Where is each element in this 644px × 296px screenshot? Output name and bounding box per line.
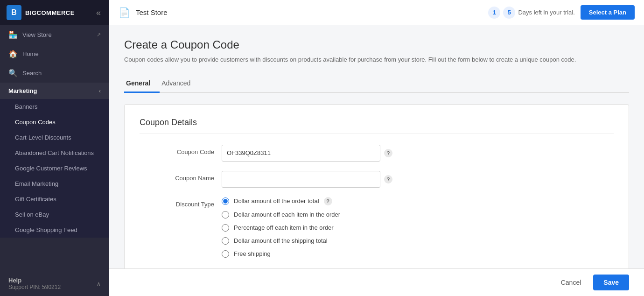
bottom-action-bar: Cancel Save [109, 268, 644, 296]
coupon-name-field: ? [222, 171, 614, 188]
discount-type-row: Discount Type Dollar amount off the orde… [140, 197, 614, 258]
coupon-name-row: Coupon Name ? [140, 171, 614, 188]
radio-label-dollar-order-total: Dollar amount off the order total [234, 197, 319, 204]
sidebar-footer: Help Support PIN: 590212 ∧ [0, 271, 109, 296]
help-label: Help [8, 277, 61, 284]
logo-text: BIGCOMMERCE [25, 9, 75, 16]
sidebar-item-google-customer-reviews[interactable]: Google Customer Reviews [0, 161, 109, 176]
marketing-section-label: Marketing [8, 87, 37, 94]
coupon-code-field: ? [222, 145, 614, 162]
cancel-button[interactable]: Cancel [554, 275, 588, 290]
bigcommerce-logo-icon: B [7, 5, 21, 20]
select-plan-button[interactable]: Select a Plan [581, 5, 635, 20]
search-icon: 🔍 [8, 69, 18, 78]
sidebar-header: B BIGCOMMERCE « [0, 0, 109, 25]
sidebar-item-label: View Store [22, 31, 52, 38]
coupon-details-card: Coupon Details Coupon Code ? Coupon Name… [124, 104, 629, 269]
sidebar-item-banners[interactable]: Banners [0, 99, 109, 114]
sidebar-item-sell-on-ebay[interactable]: Sell on eBay [0, 207, 109, 222]
sidebar-footer-content: Help Support PIN: 590212 ∧ [8, 277, 101, 290]
home-icon: 🏠 [8, 49, 18, 58]
trial-days-text: Days left in your trial. [518, 9, 574, 16]
radio-percentage-each-item[interactable] [222, 224, 229, 232]
sidebar-collapse-button[interactable]: « [94, 6, 103, 20]
radio-option-dollar-each-item[interactable]: Dollar amount off each item in the order [222, 211, 340, 218]
radio-option-percentage-each-item[interactable]: Percentage off each item in the order [222, 224, 340, 232]
radio-label-dollar-each-item: Dollar amount off each item in the order [234, 211, 340, 218]
tab-bar: General Advanced [124, 75, 629, 93]
discount-type-help-icon[interactable]: ? [324, 197, 332, 205]
sidebar-item-label: Home [22, 50, 39, 57]
tab-advanced[interactable]: Advanced [160, 75, 200, 93]
marketing-section-arrow: ‹ [99, 88, 101, 94]
page-icon: 📄 [119, 7, 130, 18]
discount-type-label: Discount Type [140, 197, 214, 208]
coupon-code-label: Coupon Code [140, 145, 214, 155]
sidebar-item-abandoned-cart[interactable]: Abandoned Cart Notifications [0, 145, 109, 161]
coupon-code-row: Coupon Code ? [140, 145, 614, 162]
marketing-submenu: Banners Coupon Codes Cart-Level Discount… [0, 99, 109, 238]
coupon-name-label: Coupon Name [140, 171, 214, 182]
sidebar-item-gift-certificates[interactable]: Gift Certificates [0, 191, 109, 207]
radio-label-free-shipping: Free shipping [234, 250, 271, 257]
radio-free-shipping[interactable] [222, 250, 229, 258]
discount-type-field: Dollar amount off the order total ? Doll… [222, 197, 614, 258]
coupon-name-help-icon[interactable]: ? [384, 175, 392, 183]
discount-type-radio-group: Dollar amount off the order total ? Doll… [222, 197, 340, 258]
support-pin: Support PIN: 590212 [8, 284, 61, 290]
main-area: 📄 Test Store 1 5 Days left in your trial… [109, 0, 644, 296]
radio-option-dollar-shipping-total[interactable]: Dollar amount off the shipping total [222, 237, 340, 245]
store-icon: 🏪 [8, 30, 18, 39]
radio-dollar-shipping-total[interactable] [222, 237, 229, 245]
radio-label-percentage-each-item: Percentage off each item in the order [234, 224, 334, 231]
save-button[interactable]: Save [593, 275, 629, 290]
radio-dollar-each-item[interactable] [222, 211, 229, 218]
coupon-name-input[interactable] [222, 171, 380, 188]
sidebar-item-cart-level-discounts[interactable]: Cart-Level Discounts [0, 130, 109, 145]
coupon-code-help-icon[interactable]: ? [384, 149, 392, 157]
sidebar-item-home[interactable]: 🏠 Home [0, 44, 109, 63]
sidebar-item-google-shopping-feed[interactable]: Google Shopping Feed [0, 222, 109, 238]
coupon-code-input[interactable] [222, 145, 380, 162]
sidebar: B BIGCOMMERCE « 🏪 View Store ↗ 🏠 Home 🔍 … [0, 0, 109, 296]
section-title: Coupon Details [140, 118, 614, 134]
sidebar-item-coupon-codes[interactable]: Coupon Codes [0, 114, 109, 130]
external-link-icon: ↗ [97, 32, 101, 38]
radio-option-dollar-order-total[interactable]: Dollar amount off the order total ? [222, 197, 340, 205]
page-description: Coupon codes allow you to provide custom… [124, 55, 629, 64]
sidebar-logo: B BIGCOMMERCE [7, 5, 75, 20]
trial-day-5: 5 [503, 7, 515, 19]
main-content: Create a Coupon Code Coupon codes allow … [109, 25, 644, 268]
radio-option-free-shipping[interactable]: Free shipping [222, 250, 340, 258]
page-title: Create a Coupon Code [124, 38, 629, 51]
sidebar-item-search[interactable]: 🔍 Search [0, 63, 109, 83]
radio-dollar-order-total[interactable] [222, 197, 229, 205]
tab-general[interactable]: General [124, 75, 160, 93]
sidebar-item-email-marketing[interactable]: Email Marketing [0, 176, 109, 191]
store-name: Test Store [136, 8, 483, 16]
radio-label-dollar-shipping-total: Dollar amount off the shipping total [234, 237, 328, 244]
sidebar-item-label: Search [22, 70, 42, 77]
marketing-section-header[interactable]: Marketing ‹ [0, 83, 109, 99]
sidebar-item-view-store[interactable]: 🏪 View Store ↗ [0, 25, 109, 44]
trial-info: 1 5 Days left in your trial. [488, 7, 574, 19]
trial-day-1: 1 [488, 7, 500, 19]
footer-collapse-icon[interactable]: ∧ [97, 281, 101, 287]
topbar: 📄 Test Store 1 5 Days left in your trial… [109, 0, 644, 25]
